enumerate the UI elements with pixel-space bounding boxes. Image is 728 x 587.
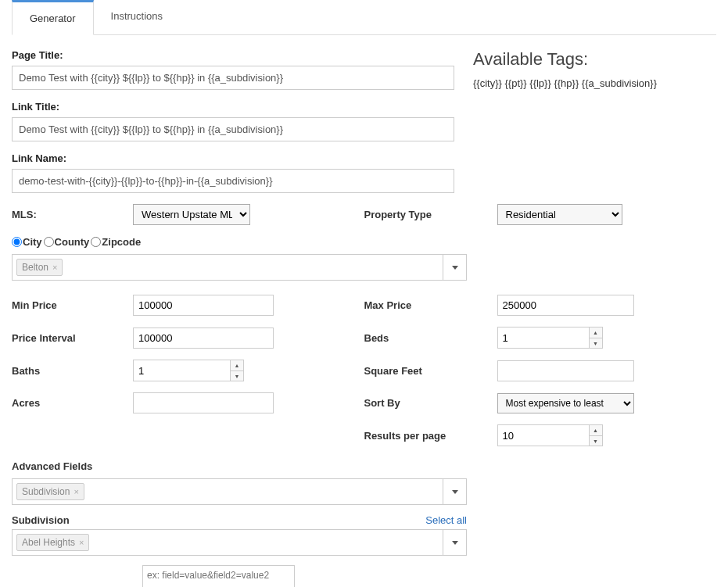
- page-title-input[interactable]: [12, 66, 454, 90]
- beds-input[interactable]: [497, 327, 590, 349]
- adv-dropdown-button[interactable]: [443, 478, 467, 505]
- price-interval-input[interactable]: [133, 328, 274, 349]
- square-feet-label: Square Feet: [364, 365, 497, 377]
- sort-by-select[interactable]: Most expensive to least: [497, 393, 634, 413]
- extra-custom-textarea[interactable]: [142, 565, 295, 587]
- sort-by-label: Sort By: [364, 397, 497, 409]
- subdiv-chip-area[interactable]: Abel Heights ×: [12, 529, 443, 556]
- price-interval-label: Price Interval: [12, 332, 133, 344]
- link-name-label: Link Name:: [12, 152, 457, 164]
- advanced-fields-multiselect: Subdivision ×: [12, 478, 467, 505]
- acres-input[interactable]: [133, 392, 274, 413]
- select-all-link[interactable]: Select all: [425, 514, 467, 526]
- city-multiselect: Belton ×: [12, 254, 467, 281]
- close-icon[interactable]: ×: [79, 538, 84, 547]
- property-type-select[interactable]: Residential: [497, 204, 622, 225]
- results-per-page-input[interactable]: [497, 424, 590, 446]
- min-price-input[interactable]: [133, 295, 274, 316]
- link-title-input[interactable]: [12, 117, 454, 141]
- close-icon[interactable]: ×: [74, 487, 78, 496]
- results-per-page-label: Results per page: [364, 430, 497, 442]
- max-price-input[interactable]: [497, 295, 634, 316]
- min-price-label: Min Price: [12, 299, 133, 311]
- mls-label: MLS:: [12, 209, 133, 220]
- adv-chip-area[interactable]: Subdivision ×: [12, 478, 443, 505]
- radio-zipcode-label: Zipcode: [102, 236, 141, 248]
- tab-generator[interactable]: Generator: [12, 0, 94, 35]
- subdiv-chip: Abel Heights ×: [16, 534, 89, 551]
- subdiv-dropdown-button[interactable]: [443, 529, 467, 556]
- subdivision-label: Subdivision: [12, 514, 70, 526]
- city-dropdown-button[interactable]: [443, 254, 467, 281]
- link-name-input[interactable]: [12, 169, 454, 193]
- city-chip-label: Belton: [22, 262, 48, 273]
- link-title-label: Link Title:: [12, 101, 457, 113]
- available-tags-title: Available Tags:: [473, 49, 716, 70]
- baths-label: Baths: [12, 365, 133, 377]
- beds-label: Beds: [364, 332, 497, 344]
- radio-zipcode[interactable]: [91, 237, 101, 247]
- rpp-up[interactable]: ▲: [590, 425, 602, 435]
- max-price-label: Max Price: [364, 299, 497, 311]
- radio-county-label: County: [55, 236, 90, 248]
- tabs-bar: Generator Instructions: [12, 0, 716, 35]
- chevron-down-icon: [452, 266, 458, 270]
- radio-city-label: City: [23, 236, 42, 248]
- subdivision-multiselect: Abel Heights ×: [12, 529, 467, 556]
- rpp-down[interactable]: ▼: [590, 435, 602, 446]
- baths-down[interactable]: ▼: [231, 370, 243, 381]
- beds-up[interactable]: ▲: [590, 328, 602, 338]
- page-title-label: Page Title:: [12, 49, 457, 61]
- adv-chip: Subdivision ×: [16, 483, 84, 500]
- available-tags-list: {{city}} {{pt}} {{lp}} {{hp}} {{a_subdiv…: [473, 77, 716, 89]
- advanced-fields-label: Advanced Fields: [12, 460, 716, 472]
- close-icon[interactable]: ×: [52, 263, 57, 272]
- chevron-down-icon: [452, 490, 458, 494]
- square-feet-input[interactable]: [497, 360, 634, 381]
- baths-up[interactable]: ▲: [231, 360, 243, 370]
- city-chip: Belton ×: [16, 259, 63, 276]
- beds-down[interactable]: ▼: [590, 338, 602, 348]
- chevron-down-icon: [452, 541, 458, 545]
- property-type-label: Property Type: [364, 209, 497, 220]
- acres-label: Acres: [12, 397, 133, 409]
- city-chip-area[interactable]: Belton ×: [12, 254, 443, 281]
- radio-county[interactable]: [44, 237, 54, 247]
- adv-chip-label: Subdivision: [22, 486, 70, 497]
- location-radio-group: City County Zipcode: [12, 236, 716, 248]
- radio-city[interactable]: [12, 237, 22, 247]
- baths-input[interactable]: [133, 360, 231, 381]
- subdiv-chip-label: Abel Heights: [22, 537, 75, 548]
- mls-select[interactable]: Western Upstate MLS: [133, 204, 250, 225]
- tab-instructions[interactable]: Instructions: [94, 0, 180, 34]
